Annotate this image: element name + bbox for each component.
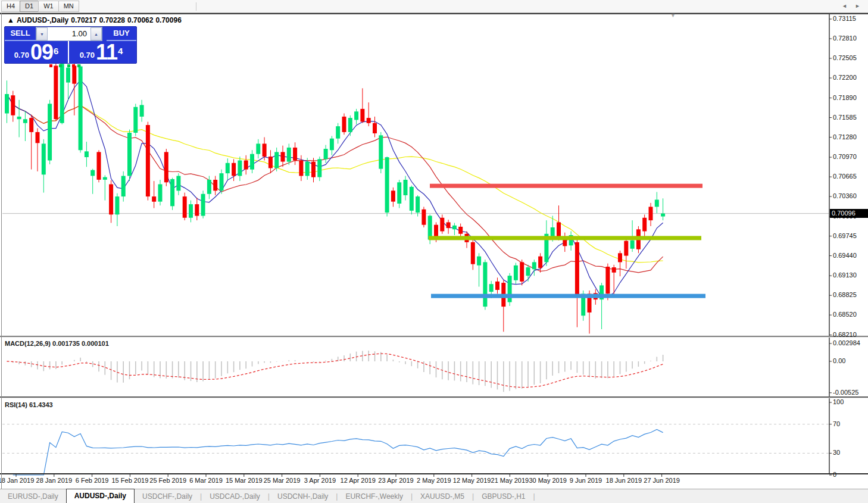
- macd-value-2: 0.000101: [82, 340, 109, 347]
- price-axis-label: 0.71890: [833, 94, 857, 101]
- chart-canvas[interactable]: [0, 0, 868, 503]
- price-axis-label: 0.70665: [833, 173, 857, 180]
- toolbar-separator: [196, 2, 196, 11]
- macd-name: MACD(12,26,9): [5, 340, 51, 347]
- price-axis-label: 0.68520: [833, 311, 857, 318]
- price-axis-label: 0.68825: [833, 291, 857, 298]
- collapse-arrow-icon[interactable]: ▲: [7, 16, 14, 24]
- rsi-axis-label: 70: [833, 420, 840, 427]
- buy-price-prefix: 0.70: [80, 49, 95, 61]
- high-value: 0.70228: [99, 16, 125, 24]
- rsi-name: RSI(14): [5, 401, 27, 408]
- macd-axis-label: -0.00525: [833, 389, 858, 396]
- price-axis-label: 0.69130: [833, 271, 857, 279]
- tab-eurchf[interactable]: EURCHF-,Weekly: [338, 490, 410, 503]
- trade-marker-dot: [72, 64, 75, 67]
- tab-gbpusd[interactable]: GBPUSD-,H1: [474, 490, 533, 503]
- sell-price-prefix: 0.70: [14, 49, 29, 61]
- price-axis-label: 0.69745: [833, 232, 857, 239]
- mt5-window: H4D1W1MN ▲AUDUSD-,Daily0.702170.702280.7…: [0, 0, 868, 503]
- rsi-axis-label: 0: [833, 471, 836, 478]
- tab-scroll-left-button[interactable]: ◄: [842, 3, 847, 9]
- timeframe-button-h4[interactable]: H4: [1, 1, 20, 12]
- symbol-period-label: AUDUSD-,Daily: [17, 16, 68, 24]
- chart-ohlc-header: ▲AUDUSD-,Daily0.702170.702280.700620.700…: [7, 16, 184, 24]
- current-bid-price-label: 0.70096: [830, 209, 868, 218]
- sell-price-pip-digit: 6: [54, 41, 58, 61]
- trade-marker-dots: [0, 64, 132, 68]
- chart-top-border: [0, 13, 868, 14]
- price-axis-label: 0.69440: [833, 252, 857, 259]
- macd-splitter[interactable]: [0, 336, 868, 338]
- rsi-splitter[interactable]: [0, 396, 868, 398]
- close-value: 0.70096: [155, 16, 181, 24]
- tab-audusd[interactable]: AUDUSD-,Daily: [66, 489, 135, 503]
- rsi-axis-label: 30: [833, 449, 840, 456]
- macd-indicator-label: MACD(12,26,9)0.0017350.000101: [5, 340, 111, 347]
- macd-value-1: 0.001735: [52, 340, 80, 347]
- window-left-border: [1, 13, 2, 503]
- one-click-trading-panel: SELL ▼ 1.00 ▲ BUY 0.70096 0.70114: [4, 26, 137, 64]
- volume-decrease-button[interactable]: ▼: [36, 27, 48, 40]
- price-axis-label: 0.72505: [833, 54, 857, 61]
- chart-shift-marker-icon[interactable]: ▼: [670, 13, 676, 18]
- price-axis-label: 0.70970: [833, 153, 857, 160]
- time-axis-border: [0, 473, 868, 474]
- tab-usdcnh[interactable]: USDCNH-,Daily: [270, 490, 336, 503]
- trade-marker-dot: [59, 64, 62, 67]
- price-axis-label: 0.72810: [833, 35, 857, 42]
- tab-usdcad[interactable]: USDCAD-,Daily: [202, 490, 268, 503]
- timeframe-button-mn[interactable]: MN: [58, 1, 79, 12]
- chart-tab-bar: EURUSD-,DailyAUDUSD-,DailyUSDCHF-,Daily|…: [0, 489, 868, 503]
- macd-axis-label: 0.00: [833, 357, 845, 364]
- time-axis-label: 27 Jun 2019: [635, 477, 689, 484]
- trade-marker-dot: [49, 64, 52, 67]
- timeframe-toolbar: H4D1W1MN: [0, 0, 868, 13]
- sell-price-display[interactable]: 0.70096: [5, 41, 69, 63]
- open-value: 0.70217: [71, 16, 96, 24]
- tab-eurusd[interactable]: EURUSD-,Daily: [0, 490, 66, 503]
- trade-marker-dot: [77, 64, 80, 67]
- macd-axis-label: 0.002984: [833, 339, 860, 346]
- buy-price-big-digits: 11: [96, 43, 117, 61]
- timeframe-button-w1[interactable]: W1: [38, 1, 59, 12]
- tab-scroll-right-button[interactable]: ►: [855, 3, 860, 9]
- price-axis-label: 0.68210: [833, 331, 857, 338]
- tab-xauusd[interactable]: XAUUSD-,M5: [413, 490, 472, 503]
- timeframe-button-d1[interactable]: D1: [20, 1, 39, 12]
- trade-marker-dot: [67, 64, 70, 67]
- buy-button[interactable]: BUY: [107, 27, 136, 41]
- rsi-indicator-label: RSI(14)61.4343: [5, 401, 55, 408]
- sell-price-big-digits: 09: [30, 43, 53, 61]
- rsi-value: 61.4343: [29, 401, 53, 408]
- low-value: 0.70062: [127, 16, 153, 24]
- tab-separator: |: [533, 492, 535, 501]
- buy-price-display[interactable]: 0.70114: [69, 41, 133, 63]
- rsi-axis-label: 100: [833, 398, 844, 405]
- sell-button[interactable]: SELL: [5, 27, 36, 41]
- price-axis-label: 0.73115: [833, 15, 856, 22]
- price-axis-label: 0.71585: [833, 114, 857, 121]
- price-axis-label: 0.70360: [833, 192, 857, 199]
- volume-increase-button[interactable]: ▲: [90, 27, 102, 40]
- buy-price-pip-digit: 4: [118, 41, 123, 61]
- volume-input[interactable]: 1.00: [48, 27, 90, 40]
- price-axis-label: 0.71280: [833, 133, 857, 140]
- tab-usdchf[interactable]: USDCHF-,Daily: [135, 490, 200, 503]
- price-axis-label: 0.72200: [833, 74, 857, 81]
- volume-stepper: ▼ 1.00 ▲: [36, 27, 102, 41]
